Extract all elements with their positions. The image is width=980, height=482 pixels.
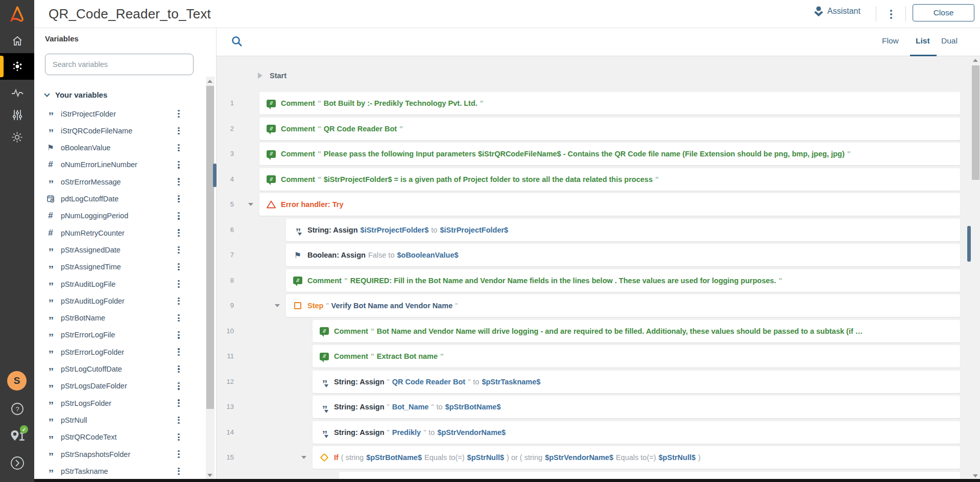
variable-options-icon[interactable] bbox=[175, 126, 183, 136]
home-icon[interactable] bbox=[0, 30, 34, 52]
variable-row[interactable]: ”pStrAssignedTime bbox=[34, 259, 205, 276]
variable-row[interactable]: pdtLogCutoffDate bbox=[34, 191, 205, 208]
variable-options-icon[interactable] bbox=[175, 432, 183, 442]
settings-gear-icon[interactable] bbox=[0, 126, 34, 148]
close-button[interactable]: Close bbox=[913, 4, 974, 21]
variable-row[interactable]: ”pStrLogsDateFolder bbox=[34, 378, 205, 395]
action-text-segment: $pStrBotName$ bbox=[366, 453, 422, 462]
variable-options-icon[interactable] bbox=[175, 364, 183, 374]
action-row-12[interactable]: ”String: Assign"QR Code Reader Bot"to$pS… bbox=[313, 371, 960, 393]
action-row-15[interactable]: If( string$pStrBotName$Equals to(=)$pStr… bbox=[313, 446, 960, 469]
variable-name: pStrAssignedTime bbox=[61, 263, 121, 271]
variable-options-icon[interactable] bbox=[175, 109, 183, 119]
variable-row[interactable]: ”oStrErrorMessage bbox=[34, 173, 205, 190]
string-type-icon: ” bbox=[45, 313, 56, 323]
variable-row[interactable]: #oNumErrorLineNumber bbox=[34, 156, 205, 173]
bots-icon[interactable] bbox=[0, 55, 34, 78]
variable-row[interactable]: ”pStrQRCodeText bbox=[34, 429, 205, 446]
device-status-icon[interactable]: ✓ bbox=[0, 424, 34, 447]
action-row-5[interactable]: Error handler: Try bbox=[259, 193, 960, 216]
tab-list[interactable]: List bbox=[916, 36, 930, 45]
variable-row[interactable]: ”pStrAuditLogFolder bbox=[34, 292, 205, 309]
right-panel-resize-handle[interactable] bbox=[967, 226, 971, 262]
variable-options-icon[interactable] bbox=[175, 296, 183, 306]
variable-row[interactable]: ”pStrTaskname bbox=[34, 463, 205, 479]
collapse-chevron-icon[interactable] bbox=[301, 456, 306, 459]
expand-rail-icon[interactable] bbox=[0, 452, 34, 474]
variable-row[interactable]: ”pStrNull bbox=[34, 411, 205, 428]
variable-options-icon[interactable] bbox=[175, 177, 183, 187]
variable-options-icon[interactable] bbox=[175, 381, 183, 391]
variable-options-icon[interactable] bbox=[175, 313, 183, 323]
start-node[interactable]: Start bbox=[258, 72, 286, 80]
variable-options-icon[interactable] bbox=[175, 347, 183, 357]
variable-options-icon[interactable] bbox=[175, 245, 183, 255]
variable-options-icon[interactable] bbox=[175, 159, 183, 170]
assistant-button[interactable]: Assistant bbox=[815, 6, 861, 16]
panel-resize-handle[interactable] bbox=[213, 164, 217, 187]
variable-options-icon[interactable] bbox=[175, 262, 183, 272]
variable-row[interactable]: #pNumRetryCounter bbox=[34, 224, 205, 241]
variable-row[interactable]: #pNumLoggingPeriod bbox=[34, 208, 205, 224]
your-variables-group[interactable]: Your variables bbox=[45, 90, 107, 99]
variable-options-icon[interactable] bbox=[175, 279, 183, 289]
variable-row[interactable]: ”pStrErrorLogFolder bbox=[34, 343, 205, 360]
search-variables-input[interactable] bbox=[45, 54, 194, 75]
variable-options-icon[interactable] bbox=[175, 415, 183, 425]
activity-icon[interactable] bbox=[0, 82, 34, 104]
scroll-down-arrow-icon[interactable] bbox=[207, 474, 212, 477]
collapse-chevron-icon[interactable] bbox=[275, 304, 280, 307]
manage-sliders-icon[interactable] bbox=[0, 104, 34, 126]
action-text-segment: $pStrTaskname$ bbox=[482, 378, 540, 386]
variable-row[interactable]: ”pStrAssignedDate bbox=[34, 241, 205, 258]
action-row-13[interactable]: ”String: Assign"Bot_Name"to$pStrBotName$ bbox=[313, 396, 960, 418]
variable-row[interactable]: ”pStrAuditLogFile bbox=[34, 276, 205, 292]
boolean-flag-icon: ⚑ bbox=[294, 250, 301, 260]
help-icon[interactable]: ? bbox=[0, 398, 34, 420]
string-type-icon: ” bbox=[45, 279, 56, 289]
chevron-down-icon bbox=[44, 91, 50, 97]
scroll-up-arrow-icon[interactable] bbox=[207, 80, 212, 83]
action-row-1[interactable]: //Comment"Bot Built by :- Predikly Techn… bbox=[259, 92, 960, 114]
action-row-3[interactable]: //Comment"Please pass the following Inpu… bbox=[259, 143, 960, 165]
action-row-14[interactable]: ”String: Assign"Predikly"to$pStrVendorNa… bbox=[313, 421, 960, 444]
action-row-6[interactable]: ”String: Assign$iStrProjectFolder$to$iSt… bbox=[286, 219, 960, 241]
action-row-2[interactable]: //Comment"QR Code Reader Bot" bbox=[259, 118, 960, 140]
scroll-up-arrow-icon[interactable] bbox=[973, 59, 978, 62]
collapse-chevron-icon[interactable] bbox=[248, 203, 253, 206]
line-number: 5 bbox=[217, 200, 234, 208]
variable-row[interactable]: ”pStrBotName bbox=[34, 310, 205, 327]
tab-flow[interactable]: Flow bbox=[882, 36, 899, 45]
variable-options-icon[interactable] bbox=[175, 330, 183, 340]
search-actions-icon[interactable] bbox=[231, 35, 243, 50]
scroll-down-arrow-icon[interactable] bbox=[973, 474, 978, 477]
automation-anywhere-logo[interactable] bbox=[0, 3, 34, 26]
action-row-10[interactable]: //Comment"Bot Name and Vendor Name will … bbox=[313, 320, 960, 342]
action-text-segment: Comment bbox=[281, 175, 315, 183]
tab-dual[interactable]: Dual bbox=[941, 36, 958, 45]
more-options-icon[interactable] bbox=[886, 8, 896, 20]
variable-row[interactable]: ⚑oBooleanValue bbox=[34, 140, 205, 156]
variable-row[interactable]: ”pStrErrorLogFile bbox=[34, 327, 205, 343]
variable-options-icon[interactable] bbox=[175, 194, 183, 204]
canvas-scrollbar-thumb[interactable] bbox=[972, 65, 979, 180]
variable-row[interactable]: ”iStrProjectFolder bbox=[34, 105, 205, 122]
variable-options-icon[interactable] bbox=[175, 143, 183, 153]
variable-options-icon[interactable] bbox=[175, 398, 183, 408]
variables-scrollbar-thumb[interactable] bbox=[206, 86, 214, 409]
variable-row[interactable]: ”iStrQRCodeFileName bbox=[34, 122, 205, 139]
variable-options-icon[interactable] bbox=[175, 228, 183, 238]
variable-options-icon[interactable] bbox=[175, 211, 183, 221]
variable-options-icon[interactable] bbox=[175, 449, 183, 460]
action-row-8[interactable]: //Comment"REQUIRED: Fill in the Bot Name… bbox=[286, 269, 960, 292]
variable-row[interactable]: ”pStrLogCutoffDate bbox=[34, 361, 205, 378]
action-row-7[interactable]: ⚑Boolean: AssignFalse to$oBooleanValue$ bbox=[286, 244, 960, 266]
action-row-9[interactable]: Step"Verify Bot Name and Vendor Name" bbox=[286, 294, 960, 317]
variable-options-icon[interactable] bbox=[175, 466, 183, 476]
action-row-11[interactable]: //Comment"Extract Bot name" bbox=[313, 345, 960, 368]
action-text-segment: Error handler: Try bbox=[281, 200, 343, 209]
action-row-4[interactable]: //Comment"$iStrProjectFolder$ = is a giv… bbox=[259, 168, 960, 191]
avatar[interactable]: S bbox=[7, 371, 27, 391]
variable-row[interactable]: ”pStrLogsFolder bbox=[34, 395, 205, 411]
variable-row[interactable]: ”pStrSnapshotsFolder bbox=[34, 446, 205, 463]
